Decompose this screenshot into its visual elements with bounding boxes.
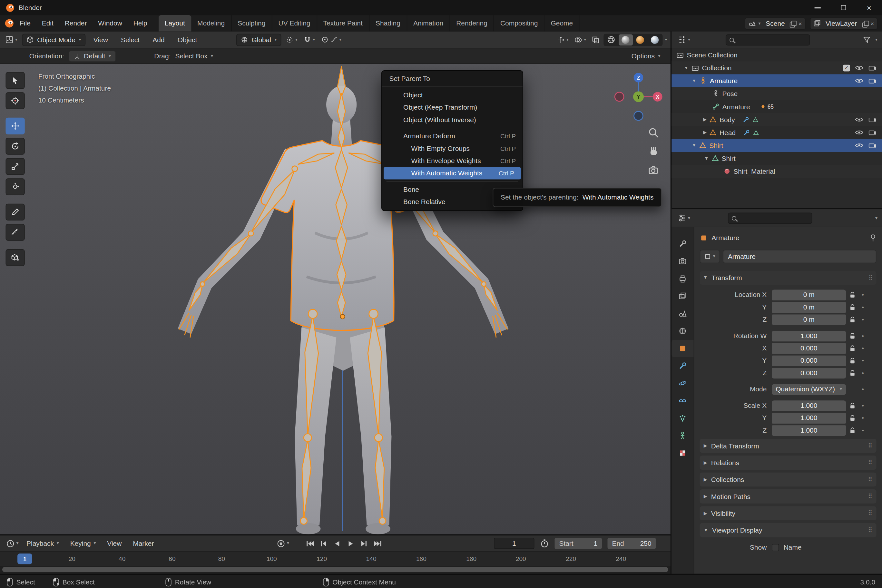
tab-scene[interactable] (672, 305, 693, 322)
tab-physics[interactable] (672, 375, 693, 392)
menu-item-armature-deform[interactable]: Armature Deform Ctrl P (382, 130, 522, 142)
menu-add[interactable]: Add (148, 36, 170, 44)
menu-select[interactable]: Select (116, 36, 145, 44)
outliner-row-collection[interactable]: ▼ Collection ✓ (672, 61, 882, 74)
outliner-search-input[interactable] (726, 34, 810, 45)
workspace-tab-compositing[interactable]: Compositing (494, 15, 545, 32)
menu-view-timeline[interactable]: View (102, 539, 127, 547)
hide-eye-icon[interactable] (855, 65, 863, 71)
lock-icon[interactable] (846, 345, 858, 351)
tab-render[interactable] (672, 252, 693, 270)
viewlayer-selector[interactable]: ViewLayer × (810, 17, 878, 29)
rotation-y-field[interactable]: 0.000 (772, 355, 846, 366)
animate-decorator[interactable]: • (858, 316, 867, 323)
auto-keying-button[interactable]: ▾ (277, 537, 289, 549)
gizmo-z-negative[interactable] (634, 111, 643, 120)
object-name-field[interactable]: Armature (723, 250, 876, 263)
menu-item-object-without-inverse[interactable]: Object (Without Inverse) (382, 114, 522, 126)
animate-decorator[interactable]: • (858, 415, 867, 422)
jump-to-end-button[interactable] (371, 537, 384, 549)
scrollbar-handle[interactable] (2, 567, 668, 572)
disable-render-camera-icon[interactable] (868, 78, 876, 84)
snap-button[interactable]: ▾ (302, 33, 316, 46)
orientation-default-dropdown[interactable]: Default ▾ (69, 50, 116, 62)
tab-world[interactable] (672, 322, 693, 340)
disable-render-camera-icon[interactable] (868, 129, 876, 135)
panel-collections[interactable]: ▶ Collections ⠿ (700, 472, 876, 487)
show-overlays-button[interactable]: ▾ (573, 33, 588, 46)
pin-icon[interactable] (870, 234, 876, 242)
lock-icon[interactable] (846, 415, 858, 421)
animate-decorator[interactable]: • (858, 291, 867, 298)
menu-keying[interactable]: Keying ▾ (65, 539, 101, 547)
panel-delta-transform[interactable]: ▶ Delta Transform ⠿ (700, 439, 876, 453)
new-viewlayer-icon[interactable] (862, 21, 867, 26)
rotation-z-field[interactable]: 0.000 (772, 368, 846, 378)
show-gizmo-button[interactable]: ▾ (555, 33, 570, 46)
scale-y-field[interactable]: 1.000 (772, 412, 846, 423)
animate-decorator[interactable]: • (858, 402, 867, 409)
close-button[interactable]: × (856, 0, 882, 15)
outliner-editor-type-button[interactable]: ▾ (676, 33, 692, 46)
add-cube-tool[interactable] (6, 249, 24, 266)
playhead-marker[interactable]: 1 (17, 554, 32, 564)
panel-motion-paths[interactable]: ▶ Motion Paths ⠿ (700, 489, 876, 504)
new-scene-icon[interactable] (790, 21, 795, 26)
expand-caret-icon[interactable]: ▼ (692, 78, 696, 83)
animate-decorator[interactable]: • (858, 345, 867, 352)
transform-orientation-dropdown[interactable]: Global ▾ (236, 33, 281, 46)
shading-solid-button[interactable] (619, 34, 633, 45)
workspace-tab-rendering[interactable]: Rendering (450, 15, 494, 32)
panel-grip-icon[interactable]: ⠿ (868, 526, 872, 534)
play-reverse-button[interactable] (331, 537, 343, 549)
show-name-checkbox[interactable] (772, 543, 779, 551)
tab-object[interactable] (672, 340, 693, 357)
expand-caret-icon[interactable]: ▶ (703, 130, 706, 135)
panel-relations[interactable]: ▶ Relations ⠿ (700, 456, 876, 470)
shading-rendered-button[interactable] (648, 34, 662, 45)
jump-to-start-button[interactable] (304, 537, 316, 549)
shading-wireframe-button[interactable] (604, 34, 618, 45)
scale-tool[interactable] (6, 158, 24, 175)
lock-icon[interactable] (846, 357, 858, 364)
navigation-gizmo[interactable]: Z X Y (608, 68, 669, 129)
panel-grip-icon[interactable]: ⠿ (868, 459, 872, 466)
menu-playback[interactable]: Playback ▾ (21, 539, 64, 547)
tab-texture[interactable] (672, 444, 693, 462)
hide-eye-icon[interactable] (855, 78, 863, 84)
filter-funnel-icon[interactable] (863, 36, 871, 44)
unlink-scene-icon[interactable]: × (798, 20, 802, 27)
outliner-row-scene-collection[interactable]: Scene Collection (672, 48, 882, 61)
animate-decorator[interactable]: • (858, 304, 867, 310)
tab-view-layer[interactable] (672, 288, 693, 305)
animate-decorator[interactable]: • (858, 332, 867, 339)
next-keyframe-button[interactable] (358, 537, 370, 549)
outliner-row-armature[interactable]: ▼ Armature (672, 74, 882, 87)
animate-decorator[interactable]: • (858, 427, 867, 434)
outliner-row-shirt-data[interactable]: ▼ Shirt (672, 152, 882, 165)
panel-grip-icon[interactable]: ⠿ (868, 442, 872, 449)
properties-editor-type-button[interactable]: ▾ (676, 212, 692, 224)
outliner-row-head[interactable]: ▶ Head (672, 126, 882, 139)
panel-grip-icon[interactable]: ⠿ (868, 510, 872, 517)
gizmo-x-negative[interactable] (615, 92, 624, 101)
tab-particles[interactable] (672, 410, 693, 427)
workspace-tab-uv-editing[interactable]: UV Editing (272, 15, 317, 32)
remove-viewlayer-icon[interactable]: × (870, 20, 874, 27)
lock-icon[interactable] (846, 333, 858, 339)
scale-x-field[interactable]: 1.000 (772, 400, 846, 411)
stopwatch-icon[interactable] (540, 539, 549, 548)
menu-object[interactable]: Object (172, 36, 202, 44)
menu-window[interactable]: Window (93, 15, 128, 32)
scale-z-field[interactable]: 1.000 (772, 425, 846, 435)
workspace-tab-modeling[interactable]: Modeling (191, 15, 231, 32)
workspace-tab-sculpting[interactable]: Sculpting (231, 15, 272, 32)
options-dropdown[interactable]: Options ▾ (632, 52, 664, 60)
menu-view[interactable]: View (88, 36, 113, 44)
tab-tool[interactable] (672, 235, 693, 252)
zoom-icon[interactable] (648, 127, 659, 138)
workspace-tab-texture-paint[interactable]: Texture Paint (317, 15, 369, 32)
menu-edit[interactable]: Edit (36, 15, 59, 32)
panel-grip-icon[interactable]: ⠿ (868, 476, 872, 483)
workspace-tab-layout[interactable]: Layout (159, 15, 191, 32)
